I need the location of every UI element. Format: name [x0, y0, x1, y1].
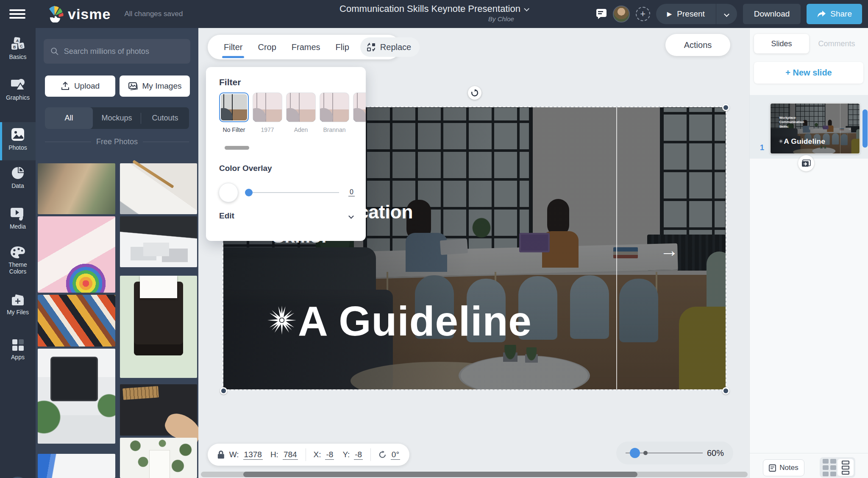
- document-title[interactable]: Communication Skills Keynote Presentatio…: [339, 3, 529, 14]
- filter-thumb-1977[interactable]: [253, 92, 282, 122]
- filter-thumb-brannan[interactable]: [320, 92, 349, 122]
- photo-thumbnail[interactable]: [120, 216, 197, 267]
- search-icon: [50, 47, 59, 56]
- rotate-handle[interactable]: [468, 86, 481, 100]
- sidebar-item-data[interactable]: Data: [0, 166, 36, 189]
- thumbnail-view-toggle: [820, 457, 855, 478]
- comments-icon[interactable]: [596, 8, 607, 20]
- tab-all[interactable]: All: [45, 107, 93, 129]
- photos-panel: Upload My Images All Mockups Cutouts Fre…: [36, 28, 198, 478]
- resize-handle-top-right[interactable]: [722, 104, 729, 111]
- notes-button[interactable]: Notes: [763, 459, 804, 476]
- theme-colors-palette-icon: [10, 246, 25, 259]
- photo-thumbnail[interactable]: [120, 276, 197, 378]
- top-bar: visme All changes saved Communication Sk…: [0, 0, 868, 28]
- upload-icon: [61, 81, 70, 91]
- new-slide-button[interactable]: + New slide: [754, 62, 863, 84]
- image-toolbar: Filter Crop Frames Flip Replace: [208, 35, 401, 59]
- topbar-actions: + ▶ Present Download Share: [596, 0, 862, 28]
- tab-comments[interactable]: Comments: [809, 34, 864, 53]
- toolbar-tab-flip[interactable]: Flip: [336, 42, 349, 52]
- replace-swap-icon: [366, 42, 376, 52]
- resize-handle-bottom-left[interactable]: [220, 387, 227, 394]
- present-button[interactable]: ▶ Present: [656, 4, 716, 24]
- filter-thumb-aden[interactable]: [286, 92, 316, 122]
- grid-view-icon[interactable]: [821, 459, 837, 476]
- toolbar-tab-crop[interactable]: Crop: [258, 42, 276, 52]
- toolbar-tab-filter[interactable]: Filter: [224, 42, 242, 52]
- toolbar-tab-frames[interactable]: Frames: [292, 42, 320, 52]
- x-label: X:: [314, 450, 321, 459]
- title-chevron-down-icon: [524, 6, 529, 11]
- zoom-slider-handle[interactable]: [630, 448, 640, 458]
- sidebar-item-my-files[interactable]: My Files: [0, 294, 36, 316]
- filter-row-scrollbar[interactable]: [225, 146, 249, 150]
- download-button[interactable]: Download: [743, 4, 801, 24]
- y-value[interactable]: -8: [354, 450, 363, 460]
- insert-slide-button[interactable]: [798, 155, 814, 171]
- my-files-folder-icon: [11, 294, 25, 306]
- filter-thumb-partial[interactable]: [353, 92, 366, 122]
- toolbar-tab-replace[interactable]: Replace: [360, 37, 420, 57]
- upload-button[interactable]: Upload: [45, 75, 115, 97]
- tab-slides[interactable]: Slides: [754, 34, 809, 53]
- dimensions-status-bar: W: 1378 H: 784 X: -8 Y: -8 0°: [208, 444, 409, 466]
- filter-labels-row: No Filter 1977 Aden Brannan: [219, 126, 366, 133]
- height-value[interactable]: 784: [283, 450, 298, 460]
- basics-blocks-icon: A B C: [11, 36, 25, 51]
- color-overlay-value[interactable]: 0: [348, 188, 355, 196]
- notes-icon: [769, 464, 776, 472]
- x-value[interactable]: -8: [325, 450, 334, 460]
- photo-thumbnail[interactable]: [120, 438, 197, 478]
- canvas-horizontal-scrollbar-thumb[interactable]: [243, 472, 637, 477]
- sidebar-item-graphics[interactable]: Graphics: [0, 78, 36, 101]
- rotation-value[interactable]: 0°: [391, 450, 400, 460]
- color-overlay-slider-track[interactable]: [248, 192, 339, 193]
- photo-category-tabs: All Mockups Cutouts: [45, 107, 189, 129]
- color-overlay-swatch[interactable]: [219, 183, 238, 202]
- media-video-icon: [10, 207, 26, 221]
- sidebar-item-basics[interactable]: A B C Basics: [0, 36, 36, 60]
- sidebar-item-theme-colors[interactable]: Theme Colors: [0, 246, 36, 275]
- search-input[interactable]: [64, 47, 184, 56]
- share-arrow-icon: [817, 10, 826, 18]
- sidebar-item-photos[interactable]: Photos: [0, 122, 36, 160]
- photo-thumbnail[interactable]: [38, 163, 115, 214]
- width-value[interactable]: 1378: [243, 450, 263, 460]
- tab-cutouts[interactable]: Cutouts: [141, 107, 189, 129]
- share-button[interactable]: Share: [807, 4, 862, 24]
- lock-icon[interactable]: [217, 450, 225, 460]
- hamburger-menu-icon[interactable]: [9, 7, 25, 21]
- add-collaborator-icon[interactable]: +: [636, 7, 650, 21]
- edit-expander[interactable]: Edit: [219, 211, 353, 221]
- zoom-control: 60%: [616, 442, 733, 464]
- slides-panel-scrollbar[interactable]: [862, 109, 868, 148]
- actions-button[interactable]: Actions: [665, 34, 730, 56]
- alignment-guide-line: [616, 107, 617, 389]
- canvas-horizontal-scrollbar[interactable]: [201, 472, 748, 477]
- filter-thumb-no-filter[interactable]: [219, 92, 249, 122]
- sidebar-item-media[interactable]: Media: [0, 207, 36, 230]
- photo-thumbnail[interactable]: [120, 384, 197, 436]
- color-overlay-slider-handle[interactable]: [245, 189, 253, 196]
- photo-thumbnail[interactable]: [120, 163, 197, 214]
- sidebar-item-apps[interactable]: Apps: [0, 338, 36, 361]
- photo-thumbnail[interactable]: [38, 349, 115, 444]
- user-avatar[interactable]: [613, 6, 630, 22]
- zoom-slider-track[interactable]: [626, 453, 703, 453]
- editor-canvas[interactable]: Workplace Communication Skills: A Guidel…: [198, 28, 749, 478]
- svg-text:B: B: [13, 45, 16, 49]
- photo-thumbnail[interactable]: [38, 454, 115, 478]
- tab-mockups[interactable]: Mockups: [93, 107, 141, 129]
- photo-thumbnail[interactable]: [38, 295, 115, 347]
- my-images-button[interactable]: My Images: [120, 75, 190, 97]
- rotation-icon[interactable]: [378, 450, 387, 459]
- present-dropdown-button[interactable]: [716, 4, 737, 24]
- visme-logo[interactable]: visme: [46, 6, 111, 22]
- filter-dropdown-panel: Filter No Filter 1977 Aden Brannan Color…: [206, 67, 366, 241]
- slide-thumbnail-1[interactable]: Workplace Communication Skills: A Guidel…: [770, 103, 860, 154]
- resize-handle-bottom-right[interactable]: [722, 387, 729, 394]
- photo-thumbnail[interactable]: [38, 216, 115, 293]
- my-images-icon: [128, 81, 138, 91]
- list-view-icon[interactable]: [837, 459, 854, 476]
